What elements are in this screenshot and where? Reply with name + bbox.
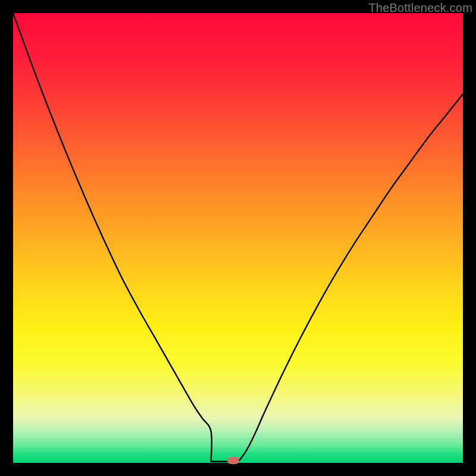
watermark-text: TheBottleneck.com xyxy=(368,1,472,15)
plot-area xyxy=(13,13,463,463)
chart-frame: TheBottleneck.com xyxy=(0,0,476,476)
optimal-marker xyxy=(227,457,239,464)
bottleneck-curve xyxy=(13,13,463,463)
curve-path xyxy=(13,13,463,462)
